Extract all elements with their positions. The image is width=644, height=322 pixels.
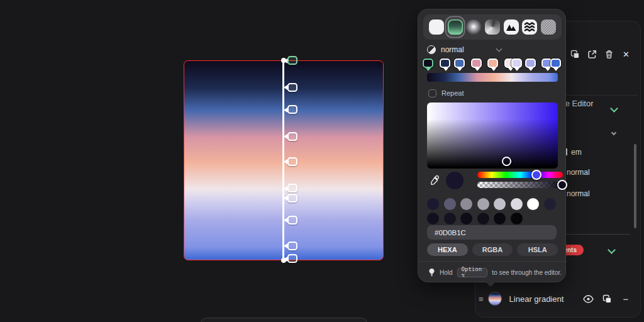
- lightbulb-icon: [428, 268, 435, 277]
- color-swatch[interactable]: [460, 198, 472, 210]
- hint-bar: Hold Option ⌥ to see through the editor.: [428, 267, 562, 278]
- color-format-tabs: HEXA RGBA HSLA: [427, 243, 558, 256]
- chevron-down-icon[interactable]: [610, 104, 618, 113]
- gradient-preview-bar[interactable]: [427, 73, 558, 82]
- fill-type-pattern[interactable]: [521, 17, 540, 37]
- gradient-stop-7[interactable]: [525, 58, 536, 68]
- repeat-checkbox[interactable]: [428, 89, 436, 97]
- blend-mode-value: normal: [441, 45, 464, 54]
- current-color-swatch: [446, 172, 464, 189]
- repeat-option: Repeat: [428, 89, 464, 97]
- color-swatch[interactable]: [427, 213, 439, 225]
- color-swatch[interactable]: [511, 213, 523, 225]
- color-swatch[interactable]: [427, 198, 439, 210]
- gradient-thumbnail[interactable]: [488, 292, 502, 306]
- gradient-stop-3[interactable]: [471, 58, 482, 68]
- color-cursor[interactable]: [502, 157, 511, 166]
- bottom-toolbar[interactable]: [200, 318, 368, 322]
- blend-mode-icon: [427, 45, 436, 54]
- drag-handle-icon[interactable]: ≡: [479, 294, 483, 304]
- close-icon[interactable]: ✕: [621, 49, 631, 60]
- gradient-list-item[interactable]: ≡ Linear gradient −: [477, 289, 639, 309]
- chevron-down-icon[interactable]: [611, 130, 616, 135]
- color-editor-popup: normal Repeat #0D0B1C HEXA RGBA HSLA: [418, 9, 566, 282]
- clipped-text-fragment: [566, 148, 567, 155]
- hint-suffix: to see through the editor.: [492, 269, 562, 276]
- tab-hsla[interactable]: HSLA: [517, 243, 558, 256]
- value-label[interactable]: normal: [567, 189, 590, 198]
- color-swatch[interactable]: [477, 213, 489, 225]
- scrollbar[interactable]: [634, 144, 636, 228]
- picker-controls: [427, 170, 558, 192]
- tab-hexa[interactable]: HEXA: [427, 243, 468, 256]
- alpha-slider-handle[interactable]: [557, 180, 567, 190]
- gradient-label: Linear gradient: [509, 294, 582, 304]
- canvas-gradient-stop-4[interactable]: [287, 157, 297, 166]
- tab-rgba[interactable]: RGBA: [472, 243, 513, 256]
- canvas-gradient-stop-6[interactable]: [287, 194, 297, 203]
- color-swatch[interactable]: [494, 198, 506, 210]
- canvas: [184, 60, 384, 260]
- copy-icon[interactable]: [570, 49, 580, 60]
- gradient-stops-row: [418, 58, 567, 72]
- canvas-gradient-stop-0[interactable]: [287, 56, 297, 65]
- gradient-stop-4[interactable]: [487, 58, 498, 68]
- gradient-stop-2[interactable]: [454, 58, 465, 68]
- canvas-gradient-stop-3[interactable]: [287, 132, 297, 141]
- saved-swatches: [427, 198, 558, 226]
- color-swatch[interactable]: [511, 198, 523, 210]
- canvas-gradient-stop-5[interactable]: [287, 184, 297, 192]
- repeat-label: Repeat: [441, 89, 464, 97]
- fill-type-radial-gradient[interactable]: [464, 17, 483, 37]
- divider: [418, 261, 567, 262]
- fill-type-solid[interactable]: [427, 17, 446, 37]
- unit-label: em: [571, 148, 582, 157]
- option-keycap: Option ⌥: [457, 268, 488, 277]
- blend-mode-select[interactable]: normal: [427, 43, 558, 56]
- color-swatch[interactable]: [444, 213, 456, 225]
- fill-type-angular-gradient[interactable]: [483, 17, 502, 37]
- canvas-gradient-stop-2[interactable]: [287, 105, 297, 114]
- remove-icon[interactable]: −: [620, 293, 631, 304]
- fill-type-image[interactable]: [502, 17, 521, 37]
- saturation-value-area[interactable]: [427, 103, 558, 169]
- eye-icon[interactable]: [582, 293, 594, 304]
- color-swatch[interactable]: [477, 198, 489, 210]
- canvas-gradient-stop-9[interactable]: [287, 254, 297, 263]
- color-swatch[interactable]: [460, 213, 472, 225]
- trash-icon[interactable]: [604, 49, 614, 60]
- color-swatch[interactable]: [444, 198, 456, 210]
- gradient-stop-0[interactable]: [423, 58, 433, 68]
- eyedropper-icon[interactable]: [430, 175, 440, 186]
- fill-type-noise[interactable]: [539, 17, 558, 37]
- fill-type-linear-gradient[interactable]: [446, 17, 465, 37]
- hue-slider[interactable]: [477, 172, 563, 178]
- fill-type-selector: [423, 14, 562, 40]
- hex-color-value: #0D0B1C: [435, 229, 466, 236]
- canvas-gradient-stop-1[interactable]: [287, 83, 297, 92]
- canvas-gradient-stop-7[interactable]: [287, 216, 297, 225]
- gradient-stop-6[interactable]: [511, 58, 522, 68]
- hex-color-input[interactable]: #0D0B1C: [427, 225, 557, 240]
- hue-slider-handle[interactable]: [531, 170, 541, 180]
- color-swatch[interactable]: [527, 198, 539, 210]
- canvas-gradient-stop-8[interactable]: [287, 242, 297, 250]
- gradient-stop-1[interactable]: [440, 58, 450, 68]
- color-swatch[interactable]: [544, 198, 556, 210]
- hint-prefix: Hold: [440, 269, 453, 276]
- chevron-down-icon[interactable]: [608, 246, 616, 254]
- value-label[interactable]: normal: [567, 168, 590, 177]
- color-swatch[interactable]: [494, 213, 506, 225]
- gradient-stop-9[interactable]: [550, 58, 561, 68]
- popup-tail: [485, 281, 496, 287]
- open-external-icon[interactable]: [587, 49, 597, 60]
- chevron-down-icon: [496, 46, 502, 52]
- alpha-slider[interactable]: [477, 182, 563, 188]
- copy-icon[interactable]: [601, 293, 613, 304]
